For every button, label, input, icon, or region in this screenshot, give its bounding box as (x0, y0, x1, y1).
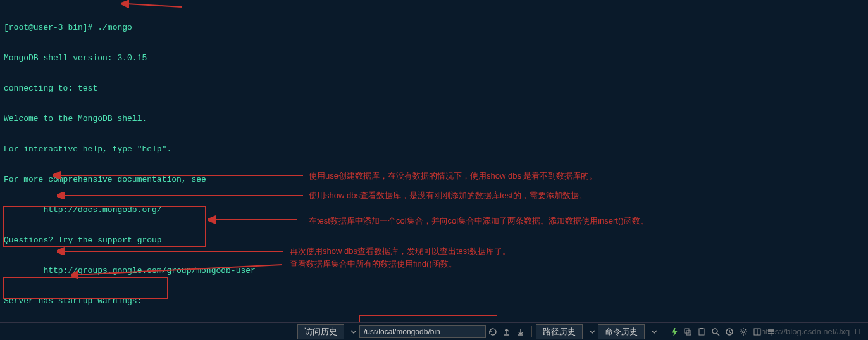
arrow-showdbs2 (57, 247, 287, 256)
cmd-history-button[interactable]: 命令历史 (598, 324, 645, 339)
terminal-line: Server has startup warnings: (4, 296, 864, 306)
arrow-mongo (121, 0, 185, 9)
copy-icon[interactable] (683, 327, 692, 336)
terminal-line: Welcome to the MongoDB shell. (4, 114, 864, 124)
arrow-showdbs (57, 192, 306, 199)
path-input[interactable] (359, 325, 486, 338)
annotation-showdbs2: 再次使用show dbs查看数据库，发现可以查出test数据库了。 (290, 246, 511, 257)
arrow-find (71, 261, 286, 279)
visit-history-button[interactable]: 访问历史 (297, 324, 344, 339)
annotation-find: 查看数据库集合中所有的数据使用find()函数。 (290, 258, 457, 270)
upload-icon[interactable] (502, 327, 511, 336)
path-history-button[interactable]: 路径历史 (536, 324, 583, 339)
svg-line-5 (76, 265, 282, 275)
watermark: https://blog.csdn.net/Jxq_IT (761, 327, 862, 336)
bottom-toolbar: 访问历史 路径历史 命令历史 (0, 322, 868, 340)
svg-rect-10 (699, 329, 704, 335)
lightning-icon[interactable] (671, 327, 678, 336)
terminal-line: Questions? Try the support group (4, 236, 864, 246)
search-icon[interactable] (711, 327, 720, 336)
terminal-line: For interactive help, type "help". (4, 144, 864, 154)
terminal-line: [root@user-3 bin]# ./mongo (4, 23, 864, 33)
dropdown-icon[interactable] (589, 329, 595, 335)
svg-rect-11 (700, 328, 703, 329)
refresh-icon[interactable] (488, 327, 497, 336)
gear-icon[interactable] (739, 327, 748, 336)
svg-line-0 (127, 4, 182, 7)
annotation-insert: 在test数据库中添加一个col集合，并向col集合中添加了两条数据。添加数据使… (309, 215, 648, 227)
svg-point-15 (742, 331, 745, 333)
columns-icon[interactable] (753, 327, 762, 336)
dropdown-icon[interactable] (350, 329, 357, 335)
terminal-line: http://docs.mongodb.org/ (4, 205, 864, 215)
annotation-use: 使用use创建数据库，在没有数据的情况下，使用show dbs 是看不到数据库的… (309, 170, 598, 182)
download-icon[interactable] (516, 327, 525, 336)
annotation-showdbs: 使用show dbs查看数据库，是没有刚刚添加的数据库test的，需要添加数据。 (309, 190, 587, 201)
terminal-line: MongoDB shell version: 3.0.15 (4, 53, 864, 63)
svg-point-12 (712, 329, 717, 334)
dropdown-icon[interactable] (651, 329, 657, 335)
history-icon[interactable] (725, 327, 734, 336)
terminal-line: connecting to: test (4, 84, 864, 94)
arrow-use (53, 171, 306, 180)
paste-icon[interactable] (697, 327, 706, 336)
arrow-insert (208, 213, 300, 226)
svg-line-13 (717, 333, 719, 336)
